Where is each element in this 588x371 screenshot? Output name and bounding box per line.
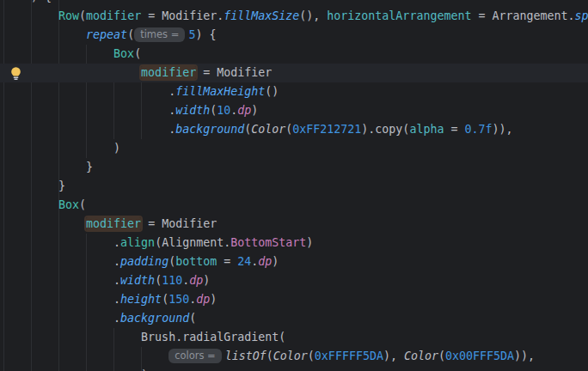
- code-token: 10: [217, 104, 230, 117]
- code-token: = Modifier.: [141, 9, 224, 22]
- code-token: (Alignment.: [155, 236, 230, 249]
- code-line[interactable]: Box(: [0, 45, 588, 64]
- code-token: .: [3, 236, 120, 249]
- code-token: 24: [237, 255, 251, 268]
- code-line[interactable]: repeat(times =5) {: [0, 26, 588, 45]
- code-line[interactable]: modifier = Modifier: [0, 215, 588, 234]
- code-area[interactable]: ) { Row(modifier = Modifier.fillMaxSize(…: [0, 0, 588, 371]
- code-token: listOf: [225, 350, 266, 362]
- code-token: 150: [168, 293, 189, 306]
- code-token: [3, 66, 141, 79]
- code-token: = Arrangement.: [471, 9, 574, 22]
- code-line[interactable]: }: [0, 177, 588, 196]
- code-line[interactable]: ): [0, 139, 588, 158]
- code-token: width: [120, 274, 155, 287]
- code-token: (: [308, 350, 315, 362]
- code-token: (: [189, 312, 196, 325]
- code-line[interactable]: .width(10.dp): [0, 101, 588, 120]
- code-token: Row: [58, 9, 79, 22]
- code-token: (),: [299, 9, 327, 22]
- code-line[interactable]: }: [0, 158, 588, 177]
- code-line[interactable]: .align(Alignment.BottomStart): [0, 234, 588, 252]
- code-token: [3, 47, 113, 60]
- code-token: ): [3, 142, 120, 155]
- code-line-current[interactable]: modifier = Modifier: [0, 64, 588, 82]
- code-token: = Modifier: [141, 217, 217, 230]
- code-token: padding: [120, 255, 168, 268]
- code-token: .: [3, 312, 120, 325]
- code-token: ): [272, 255, 279, 268]
- code-token: .: [182, 274, 189, 287]
- code-token: align: [120, 236, 155, 249]
- code-token: alpha: [409, 123, 444, 136]
- code-line[interactable]: .width(110.dp): [0, 271, 588, 290]
- code-token: dp: [196, 293, 210, 306]
- bulb-glyph: [11, 67, 21, 76]
- code-line[interactable]: ) {: [0, 0, 588, 7]
- code-token: 0x00FFF5DA: [445, 350, 514, 362]
- code-line[interactable]: .fillMaxHeight(): [0, 82, 588, 101]
- code-token: dp: [258, 255, 272, 268]
- code-token: Brush.radialGradient(: [3, 331, 285, 344]
- code-token: .: [3, 85, 175, 98]
- bulb-base-line-1: [14, 77, 19, 78]
- code-token: (: [210, 104, 217, 117]
- code-token: .: [3, 104, 175, 117]
- code-line[interactable]: .background(Color(0xFF212721).copy(alpha…: [0, 120, 588, 139]
- code-token: dp: [237, 104, 251, 117]
- code-token: .: [189, 293, 196, 306]
- code-token: .: [3, 255, 120, 268]
- code-token: =: [217, 255, 237, 268]
- code-line[interactable]: .background(: [0, 309, 588, 328]
- code-token: ): [203, 274, 210, 287]
- code-line[interactable]: Row(modifier = Modifier.fillMaxSize(), h…: [0, 7, 588, 26]
- code-token: }: [3, 161, 93, 173]
- inlay-hint[interactable]: colors =: [168, 349, 222, 363]
- code-token: (: [127, 28, 134, 41]
- code-token: bottom: [175, 255, 217, 268]
- code-token: )),: [514, 350, 535, 362]
- code-token: background: [120, 312, 189, 325]
- code-token: (): [265, 85, 279, 98]
- code-token: [3, 198, 58, 211]
- code-line[interactable]: Box(: [0, 196, 588, 215]
- code-token: ) {: [195, 28, 216, 41]
- code-token: horizontalArrangement: [327, 9, 471, 22]
- code-token: 0.7f: [464, 123, 492, 136]
- code-token: (: [79, 198, 86, 211]
- code-token: Color: [404, 350, 438, 362]
- code-token: ): [306, 236, 313, 249]
- code-token: Box: [113, 47, 134, 60]
- code-editor[interactable]: ) { Row(modifier = Modifier.fillMaxSize(…: [0, 0, 588, 371]
- intention-lightbulb-icon[interactable]: [9, 66, 23, 81]
- code-token: fillMaxHeight: [175, 85, 265, 98]
- code-token: Color: [251, 123, 285, 136]
- code-token: (: [168, 255, 175, 268]
- code-line[interactable]: colors =listOf(Color(0xFFFFF5DA), Color(…: [0, 347, 588, 366]
- code-token: )),: [492, 123, 512, 136]
- code-line[interactable]: Brush.radialGradient(: [0, 328, 588, 347]
- inlay-hint[interactable]: times =: [134, 27, 185, 42]
- code-token: background: [175, 123, 244, 136]
- highlighted-identifier: modifier: [141, 66, 196, 79]
- code-token: [3, 217, 86, 230]
- code-token: (: [438, 350, 445, 362]
- code-token: .: [3, 293, 120, 306]
- bulb-base-line-2: [14, 79, 17, 80]
- code-line[interactable]: .height(150.dp): [0, 290, 588, 309]
- code-token: .: [3, 274, 120, 287]
- highlighted-identifier: modifier: [86, 217, 141, 230]
- code-token: 0xFF212721: [292, 123, 361, 136]
- code-line[interactable]: ): [0, 366, 588, 371]
- code-token: ) {: [3, 0, 52, 3]
- code-token: .: [3, 123, 175, 136]
- code-token: ).copy(: [361, 123, 409, 136]
- code-token: repeat: [86, 28, 127, 41]
- code-token: BottomStart: [230, 236, 306, 249]
- code-token: =: [444, 123, 464, 136]
- code-token: [3, 28, 86, 41]
- code-token: }: [3, 179, 65, 192]
- code-token: modifier: [86, 9, 141, 22]
- code-token: Color: [273, 350, 308, 362]
- code-line[interactable]: .padding(bottom = 24.dp): [0, 252, 588, 271]
